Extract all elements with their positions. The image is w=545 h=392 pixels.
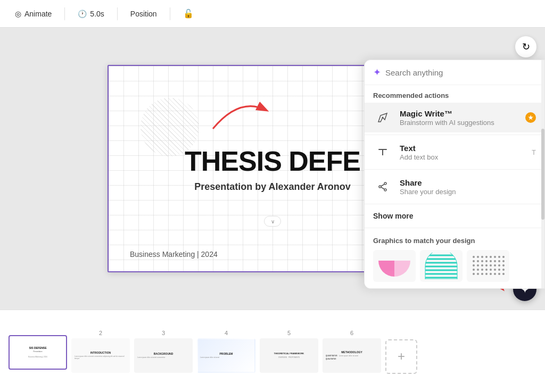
slide-number-6: 6 (350, 330, 353, 336)
slide-thumb-4[interactable]: PROBLEM Lorem ipsum dolor sit amet (197, 338, 255, 373)
svg-point-37 (494, 264, 496, 266)
text-shortcut: T (532, 148, 536, 156)
svg-point-6 (384, 182, 386, 185)
svg-point-32 (473, 264, 475, 266)
filmstrip: SIS DEFENSE Presentation Business Market… (0, 310, 545, 392)
svg-point-33 (477, 264, 479, 266)
animate-icon: ◎ (15, 10, 21, 18)
clock-icon: 🕐 (78, 10, 87, 18)
panel-scrollbar-thumb (541, 129, 544, 220)
slide-thumb-6[interactable]: METHODOLOGY QUANTITATIVE QUALITATIVE Lor… (323, 338, 381, 373)
svg-point-41 (477, 269, 479, 271)
filmstrip-slide-5[interactable]: 5 THEORETICAL FRAMEWORK OVERVIEW PROPONE… (260, 330, 318, 373)
magic-write-text: Magic Write™ Brainstorm with AI suggesti… (400, 109, 518, 127)
slide-thumb-1[interactable]: SIS DEFENSE Presentation Business Market… (9, 335, 67, 370)
svg-point-47 (502, 269, 505, 271)
rotate-button[interactable]: ↻ (515, 36, 536, 57)
panel-scrollbar[interactable] (541, 60, 544, 288)
magic-write-item[interactable]: Magic Write™ Brainstorm with AI suggesti… (365, 103, 544, 132)
filmstrip-slide-1[interactable]: SIS DEFENSE Presentation Business Market… (9, 333, 67, 370)
svg-point-48 (473, 273, 475, 275)
svg-point-54 (498, 273, 500, 275)
slide-thumb-2[interactable]: INTRODUCTION Lorem ipsum dolor sit amet … (71, 338, 130, 373)
share-item-desc: Share your design (400, 188, 536, 196)
svg-point-40 (473, 269, 475, 271)
text-item[interactable]: Text Add text box T (365, 137, 544, 167)
svg-point-7 (384, 189, 386, 191)
svg-point-29 (494, 260, 496, 262)
magic-write-badge: ★ (525, 112, 536, 123)
svg-rect-4 (382, 149, 383, 155)
divider-4 (365, 228, 544, 228)
svg-point-22 (498, 256, 500, 258)
divider-3 (365, 204, 544, 204)
svg-point-21 (494, 256, 496, 258)
svg-point-45 (494, 269, 496, 271)
magic-write-icon (373, 108, 392, 127)
magic-write-title: Magic Write™ (400, 109, 518, 118)
toolbar-divider-3 (170, 7, 170, 20)
graphics-row (373, 250, 536, 282)
svg-point-39 (502, 264, 505, 266)
divider-2 (365, 169, 544, 170)
filmstrip-slide-6[interactable]: 6 METHODOLOGY QUANTITATIVE QUALITATIVE L… (323, 330, 381, 373)
slide-title: THESIS DEFE (185, 145, 360, 177)
svg-point-50 (481, 273, 483, 275)
search-input[interactable] (385, 68, 536, 77)
svg-point-19 (485, 256, 488, 258)
share-icon (373, 177, 392, 196)
graphic-item-1[interactable] (373, 250, 416, 282)
filmstrip-slide-3[interactable]: 3 BACKGROUND Lorem ipsum dolor sit amet … (134, 330, 193, 373)
svg-point-18 (481, 256, 483, 258)
toolbar: ◎ Animate 🕐 5.0s Position 🔓 (0, 0, 545, 28)
svg-point-16 (473, 256, 475, 258)
animate-button[interactable]: ◎ Animate (9, 6, 58, 21)
slide-number-3: 3 (162, 330, 165, 336)
show-more-button[interactable]: Show more (365, 206, 544, 226)
duration-label: 5.0s (90, 10, 104, 18)
position-button[interactable]: Position (124, 6, 163, 21)
filmstrip-slide-2[interactable]: 2 INTRODUCTION Lorem ipsum dolor sit ame… (71, 330, 130, 373)
svg-point-34 (481, 264, 483, 266)
lock-button[interactable]: 🔓 (177, 5, 200, 22)
slide-thumb-3[interactable]: BACKGROUND Lorem ipsum dolor sit amet co… (134, 338, 193, 373)
svg-point-17 (477, 256, 479, 258)
svg-point-28 (490, 260, 492, 262)
svg-point-53 (494, 273, 496, 275)
slide-panel: ✦ Recommended actions Magic Write™ Brain… (364, 60, 545, 289)
svg-point-44 (490, 269, 492, 271)
svg-point-52 (490, 273, 492, 275)
graphics-section: Graphics to match your design (365, 230, 544, 288)
filmstrip-slide-4[interactable]: 4 PROBLEM Lorem ipsum dolor sit amet (197, 330, 255, 373)
main-area: THESIS DEFE Presentation by Alexander Ar… (0, 28, 545, 310)
slide-number-2: 2 (99, 330, 102, 336)
svg-point-42 (481, 269, 483, 271)
lock-icon: 🔓 (183, 9, 194, 19)
slide-thumb-5[interactable]: THEORETICAL FRAMEWORK OVERVIEW PROPONENT… (260, 338, 318, 373)
share-item-title: Share (400, 178, 536, 187)
slide-number-5: 5 (287, 330, 291, 336)
svg-point-30 (498, 260, 500, 262)
duration-button[interactable]: 🕐 5.0s (71, 6, 110, 21)
svg-point-43 (485, 269, 488, 271)
share-item[interactable]: Share Share your design (365, 172, 544, 202)
svg-point-26 (481, 260, 483, 262)
text-item-title: Text (400, 144, 524, 153)
svg-point-46 (498, 269, 500, 271)
graphics-label: Graphics to match your design (373, 237, 536, 245)
text-item-desc: Add text box (400, 153, 524, 161)
svg-point-24 (473, 260, 475, 262)
graphic-item-3[interactable] (467, 250, 509, 282)
add-slide-button[interactable]: + (385, 339, 417, 374)
magic-search-icon: ✦ (373, 66, 381, 78)
collapse-handle[interactable]: ∨ (264, 216, 281, 227)
magic-write-desc: Brainstorm with AI suggestions (400, 119, 518, 127)
position-label: Position (130, 10, 157, 18)
text-item-text: Text Add text box (400, 144, 524, 161)
slide-subtitle: Presentation by Alexander Aronov (194, 181, 351, 193)
slide-number-4: 4 (225, 330, 228, 336)
svg-point-2 (382, 117, 384, 119)
panel-search-bar[interactable]: ✦ (365, 60, 544, 85)
graphic-item-2[interactable] (420, 250, 463, 282)
svg-point-20 (490, 256, 492, 258)
